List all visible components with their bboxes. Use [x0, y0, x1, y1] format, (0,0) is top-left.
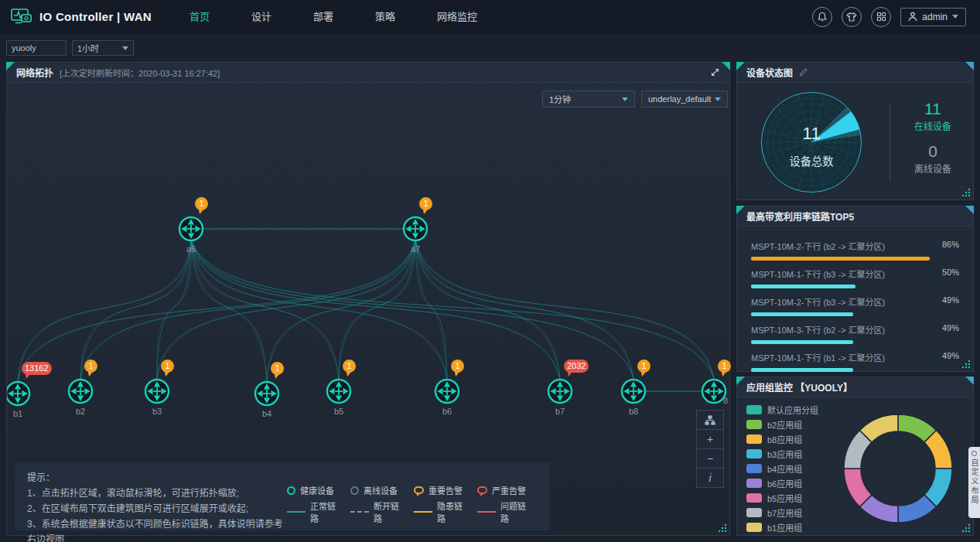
theme-icon[interactable]	[842, 7, 862, 27]
interval-select[interactable]: 1分钟	[542, 90, 635, 107]
app-group-legend-item[interactable]: b2应用组	[746, 417, 828, 431]
top5-row[interactable]: MSPT-10M-2-下行 (b2 -> 汇聚分区)86%	[751, 240, 959, 261]
top5-title: 最高带宽利用率链路TOP5	[746, 210, 854, 223]
resize-handle[interactable]	[961, 360, 971, 369]
top5-row[interactable]: MSPT-10M-2-下行 (b3 -> 汇聚分区)49%	[751, 295, 959, 316]
app-group-legend-item[interactable]: b7应用组	[746, 505, 828, 520]
sitemap-icon	[705, 415, 715, 425]
offline-device-icon	[350, 486, 359, 495]
zoom-out-button[interactable]: −	[696, 448, 724, 469]
link-label: MSPT-10M-1-下行 (b1 -> 汇聚分区)	[751, 351, 885, 363]
topology-panel: 网络拓扑 [上次定时刷新时间：2020-03-31 16:27:42] 1分钟 …	[6, 62, 730, 536]
topology-header: 网络拓扑 [上次定时刷新时间：2020-03-31 16:27:42]	[7, 63, 729, 83]
legend-swatch	[746, 479, 762, 488]
time-range-value: 1小时	[77, 42, 99, 54]
app-group-legend-item[interactable]: b6应用组	[746, 476, 828, 490]
nav-item-policy[interactable]: 策略	[354, 0, 416, 34]
user-menu[interactable]: admin	[900, 8, 966, 26]
corner-accent	[6, 62, 15, 70]
risk-link-icon	[414, 511, 432, 513]
app-group-label: b4应用组	[767, 462, 802, 475]
online-count: 11	[897, 100, 968, 118]
topology-title: 网络拓扑	[16, 66, 53, 79]
alarm-badge[interactable]: 1	[84, 360, 97, 373]
nav-item-deploy[interactable]: 部署	[292, 0, 354, 34]
device-status-title: 设备状态图	[746, 66, 793, 79]
custom-layout-tab[interactable]: 自定义布局	[968, 447, 980, 518]
app-groups-legend: 默认应用分组 b2应用组 b8应用组 b3应用组 b4应用组 b6应用组 b5应…	[737, 397, 828, 535]
corner-accent	[736, 377, 745, 385]
corner-accent	[965, 206, 974, 214]
resize-handle[interactable]	[961, 523, 971, 533]
app-group-label: b2应用组	[767, 418, 802, 431]
nav-item-design[interactable]: 设计	[230, 0, 292, 34]
alarm-badge[interactable]: 1	[161, 360, 174, 373]
nav-item-home[interactable]: 首页	[169, 0, 230, 34]
legend-swatch	[746, 435, 762, 444]
user-name: admin	[922, 12, 948, 22]
utilization-bar	[751, 257, 930, 261]
edit-icon[interactable]	[799, 68, 808, 77]
filter-toolbar: 1小时	[0, 34, 980, 59]
legend-label: 严重告警	[492, 484, 526, 496]
app-group-legend-item[interactable]: b5应用组	[746, 490, 828, 505]
device-status-radar-chart: 11 设备总数	[750, 84, 873, 201]
app-group-legend-item[interactable]: b4应用组	[746, 461, 828, 476]
alarm-badge[interactable]: 2032	[564, 360, 589, 373]
legend-label: 健康设备	[300, 484, 334, 496]
app-group-label: b3应用组	[767, 448, 802, 460]
info-button[interactable]: i	[696, 468, 724, 488]
link-label: MSPT-10M-2-下行 (b2 -> 汇聚分区)	[751, 240, 885, 252]
normal-link-icon	[287, 511, 306, 513]
app-group-legend-item[interactable]: b3应用组	[746, 446, 828, 461]
alarm-badge[interactable]: 1	[419, 197, 432, 210]
app-group-label: b7应用组	[767, 506, 802, 519]
top5-row[interactable]: MSPT-10M-3-下行 (b2 -> 汇聚分区)49%	[751, 323, 959, 344]
utilization-bar	[751, 312, 853, 316]
nav-item-monitor[interactable]: 网络监控	[416, 0, 498, 34]
brand: IO Controller | WAN	[11, 9, 152, 25]
app-group-label: b8应用组	[767, 433, 802, 445]
layer-value: underlay_default	[648, 94, 711, 104]
alarm-badge[interactable]: 1	[271, 362, 284, 375]
user-icon	[908, 12, 917, 22]
legend-swatch	[746, 508, 762, 517]
chevron-down-icon	[122, 46, 128, 50]
app-group-legend-item[interactable]: 默认应用分组	[746, 402, 828, 417]
corner-accent	[736, 206, 745, 214]
major-alarm-icon	[414, 486, 424, 494]
legend-label: 正常链路	[310, 499, 343, 524]
alarm-badge[interactable]: 13162	[22, 362, 52, 375]
zoom-in-button[interactable]: +	[696, 429, 724, 449]
legend-swatch	[746, 420, 762, 429]
link-utilization: 49%	[942, 295, 959, 308]
alarm-badge[interactable]: 1	[195, 197, 208, 210]
alarm-badge[interactable]: 1	[451, 360, 464, 373]
top5-row[interactable]: MSPT-10M-1-下行 (b3 -> 汇聚分区)50%	[751, 268, 959, 288]
top5-row[interactable]: MSPT-10M-1-下行 (b1 -> 汇聚分区)49%	[751, 351, 959, 372]
apps-grid-icon[interactable]	[871, 7, 891, 27]
layer-select[interactable]: underlay_default	[641, 90, 728, 107]
hint-line: 2、在区域布局下双击建筑图片可进行区域展开或收起;	[27, 501, 287, 516]
divider	[890, 104, 890, 182]
fit-view-button[interactable]	[696, 410, 724, 430]
link-utilization: 49%	[942, 351, 959, 363]
app-logo-icon	[11, 9, 32, 25]
chevron-down-icon	[952, 15, 958, 19]
alarm-badge[interactable]: 1	[637, 360, 650, 373]
time-range-select[interactable]: 1小时	[72, 40, 134, 56]
branch-input[interactable]	[6, 40, 67, 56]
app-group-label: b1应用组	[767, 521, 802, 533]
resize-handle[interactable]	[961, 188, 971, 197]
alarm-badge[interactable]: 1	[343, 360, 356, 373]
expand-icon[interactable]	[710, 67, 720, 77]
bell-icon[interactable]	[812, 7, 832, 27]
app-group-legend-item[interactable]: b1应用组	[746, 520, 828, 534]
link-utilization: 86%	[942, 240, 959, 252]
resize-handle[interactable]	[718, 523, 727, 533]
refresh-time-note: [上次定时刷新时间：2020-03-31 16:27:42]	[60, 66, 220, 79]
app-group-legend-item[interactable]: b8应用组	[746, 431, 828, 446]
app-groups-panel: 应用组监控 【YUOOLY】 默认应用分组 b2应用组 b8应用组 b3应用组 …	[736, 377, 974, 536]
alarm-badge[interactable]: 1	[718, 360, 731, 373]
legend-swatch	[746, 493, 762, 503]
